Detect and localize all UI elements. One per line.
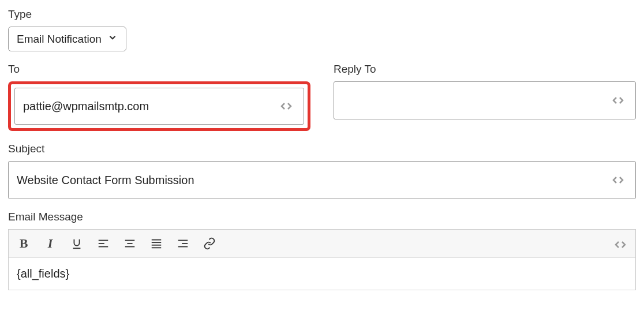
to-label: To (8, 63, 310, 76)
italic-button[interactable]: I (43, 235, 57, 252)
align-center-button[interactable] (123, 235, 137, 252)
merge-tag-icon[interactable] (613, 238, 627, 254)
merge-tag-icon[interactable] (277, 97, 295, 115)
subject-field-group: Subject (8, 143, 636, 199)
replyto-input-box (334, 81, 636, 119)
replyto-input[interactable] (342, 82, 609, 119)
subject-label: Subject (8, 143, 636, 155)
email-message-label: Email Message (8, 211, 636, 223)
subject-input[interactable] (17, 162, 609, 199)
editor-body-text: {all_fields} (17, 267, 69, 280)
type-selected-value: Email Notification (17, 33, 102, 46)
to-input-highlight (8, 81, 310, 131)
merge-tag-icon[interactable] (609, 171, 627, 189)
to-field-group: To (8, 63, 310, 131)
link-button[interactable] (203, 235, 216, 252)
align-left-button[interactable] (96, 235, 110, 252)
merge-tag-icon[interactable] (609, 91, 627, 110)
replyto-field-group: Reply To (334, 63, 636, 131)
editor-toolbar: B I (9, 230, 635, 258)
email-message-field-group: Email Message B I (8, 211, 636, 290)
type-label: Type (8, 8, 636, 21)
to-input-inner (14, 88, 304, 125)
underline-button[interactable] (70, 235, 84, 252)
type-field-group: Type Email Notification (8, 8, 636, 51)
type-select[interactable]: Email Notification (8, 27, 126, 51)
to-input[interactable] (23, 88, 277, 124)
align-right-button[interactable] (176, 235, 190, 252)
to-replyto-row: To Reply To (8, 63, 636, 143)
bold-button[interactable]: B (17, 235, 31, 252)
replyto-label: Reply To (334, 63, 636, 76)
subject-input-box (8, 161, 636, 199)
align-justify-button[interactable] (149, 235, 163, 252)
chevron-down-icon (107, 32, 118, 46)
editor-body[interactable]: {all_fields} (9, 258, 635, 290)
rich-text-editor: B I (8, 229, 636, 290)
